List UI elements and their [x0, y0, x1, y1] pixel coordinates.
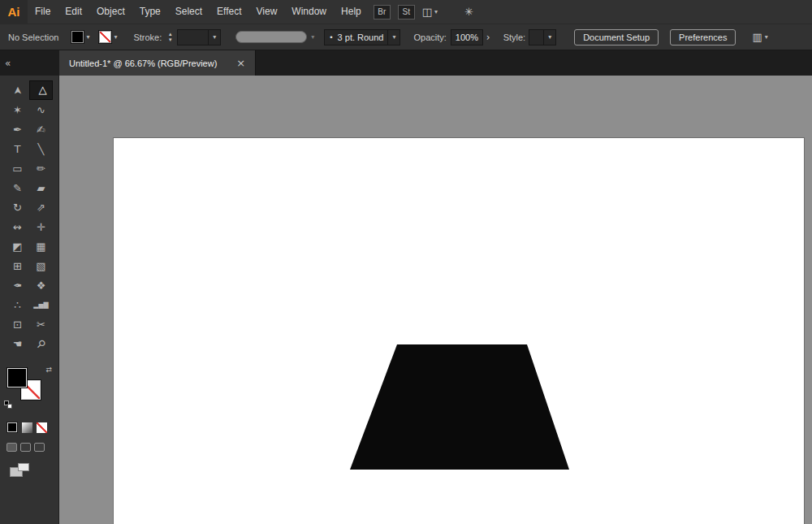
rectangle-tool[interactable]: ▭ [6, 158, 29, 178]
chevron-down-icon: ▾ [86, 33, 89, 41]
eyedropper-tool[interactable]: ✒ [6, 275, 29, 295]
fill-stroke-swatches: ⇄ [7, 368, 53, 404]
menu-file[interactable]: File [28, 0, 58, 24]
free-transform-tool[interactable]: ✛ [29, 217, 53, 236]
perspective-grid-tool-icon: ▦ [36, 240, 45, 253]
opacity-submenu-icon[interactable]: › [486, 32, 490, 43]
tool-grid: ➤▷✶∿✒✍T╲▭✏✎▰↻⇗↭✛◩▦⊞▧✒❖∴▂▅▇⊡✂☚⚲ [0, 76, 58, 353]
menu-object[interactable]: Object [89, 0, 132, 24]
pen-tool[interactable]: ✒ [6, 119, 29, 139]
shape-layer [59, 76, 812, 524]
stroke-swatch [99, 31, 111, 43]
zoom-tool[interactable]: ⚲ [29, 334, 53, 353]
none-button[interactable] [37, 422, 47, 433]
draw-normal-button[interactable] [6, 443, 17, 452]
paintbrush-tool[interactable]: ✏ [29, 158, 53, 178]
shape-builder-tool[interactable]: ◩ [6, 236, 29, 256]
scale-tool[interactable]: ⇗ [29, 197, 53, 217]
fill-color-picker[interactable]: ▾ [71, 31, 89, 43]
draw-behind-button[interactable] [20, 443, 31, 452]
style-label: Style: [503, 32, 526, 42]
stroke-color-picker[interactable]: ▾ [99, 31, 117, 43]
default-stroke-mini [7, 404, 12, 409]
menu-window[interactable]: Window [284, 0, 334, 24]
direct-selection-tool[interactable]: ▷ [29, 80, 53, 100]
document-tab-bar: « Untitled-1* @ 66.67% (RGB/Preview) × [0, 50, 812, 76]
stroke-weight-select[interactable]: ▾ [177, 29, 221, 45]
fill-color-swatch[interactable] [7, 368, 27, 388]
color-button[interactable] [6, 422, 18, 433]
drawing-modes-row [6, 443, 58, 452]
direct-selection-tool-icon: ▷ [35, 86, 47, 94]
arrange-documents-button[interactable]: ◫ ▾ [422, 6, 438, 18]
style-select[interactable]: ▾ [529, 29, 556, 45]
perspective-grid-tool[interactable]: ▦ [29, 236, 53, 256]
opacity-input[interactable]: 100% [451, 29, 483, 45]
slice-tool[interactable]: ✂ [29, 314, 53, 334]
type-tool[interactable]: T [6, 139, 29, 158]
opacity-value: 100% [451, 32, 482, 42]
eraser-tool[interactable]: ▰ [29, 178, 53, 197]
stroke-label: Stroke: [133, 32, 162, 42]
chevron-down-icon: ▾ [213, 33, 216, 41]
mesh-tool[interactable]: ⊞ [6, 256, 29, 275]
blend-tool-icon: ❖ [37, 279, 46, 292]
eyedropper-tool-icon: ✒ [13, 279, 22, 292]
align-options-button[interactable]: ▥ ▾ [752, 31, 767, 43]
swap-fill-stroke-icon[interactable]: ⇄ [45, 366, 52, 374]
document-setup-button[interactable]: Document Setup [574, 29, 659, 45]
rotate-tool[interactable]: ↻ [6, 197, 29, 217]
scale-tool-icon: ⇗ [37, 201, 45, 214]
sync-settings-icon[interactable]: ✳ [464, 6, 473, 18]
hand-tool[interactable]: ☚ [6, 334, 29, 353]
arrange-documents-icon: ◫ [422, 6, 432, 18]
line-segment-tool[interactable]: ╲ [29, 139, 53, 158]
menu-view[interactable]: View [249, 0, 285, 24]
change-screen-mode-button[interactable] [10, 463, 29, 477]
curvature-tool[interactable]: ✍ [29, 119, 53, 139]
column-graph-tool[interactable]: ▂▅▇ [29, 295, 53, 314]
shape-builder-tool-icon: ◩ [12, 240, 22, 253]
brush-definition-value: 3 pt. Round [334, 32, 388, 42]
draw-inside-button[interactable] [34, 443, 45, 452]
brush-definition-select[interactable]: • 3 pt. Round ▾ [324, 29, 400, 45]
selection-tool[interactable]: ➤ [6, 80, 29, 100]
menu-type[interactable]: Type [132, 0, 168, 24]
column-graph-tool-icon: ▂▅▇ [33, 301, 48, 309]
menu-bar: Ai FileEditObjectTypeSelectEffectViewWin… [0, 0, 812, 24]
default-fill-stroke-icon[interactable] [4, 401, 12, 409]
menu-edit[interactable]: Edit [58, 0, 89, 24]
magic-wand-tool-icon: ✶ [13, 104, 22, 116]
stock-button[interactable]: St [398, 5, 415, 19]
menu-select[interactable]: Select [168, 0, 209, 24]
lasso-tool-icon: ∿ [37, 104, 45, 116]
blend-tool[interactable]: ❖ [29, 275, 53, 295]
fill-swatch [71, 31, 84, 43]
pen-tool-icon: ✒ [13, 123, 22, 136]
pencil-tool[interactable]: ✎ [6, 178, 29, 197]
document-tab[interactable]: Untitled-1* @ 66.67% (RGB/Preview) × [59, 50, 256, 76]
hand-tool-icon: ☚ [13, 338, 23, 350]
artboard-tool[interactable]: ⊡ [6, 314, 29, 334]
lasso-tool[interactable]: ∿ [29, 100, 53, 119]
tools-panel: ➤▷✶∿✒✍T╲▭✏✎▰↻⇗↭✛◩▦⊞▧✒❖∴▂▅▇⊡✂☚⚲ ⇄ [0, 76, 59, 524]
width-tool-icon: ↭ [13, 221, 22, 233]
collapse-panel-button[interactable]: « [0, 50, 59, 76]
stroke-weight-stepper[interactable]: ▴ ▾ [165, 29, 175, 45]
bridge-button[interactable]: Br [374, 5, 391, 19]
selection-status: No Selection [8, 32, 58, 42]
drawn-trapezoid-shape[interactable] [350, 344, 569, 470]
gradient-tool[interactable]: ▧ [29, 256, 53, 275]
close-icon[interactable]: × [236, 57, 245, 69]
canvas[interactable] [59, 76, 812, 524]
paintbrush-tool-icon: ✏ [37, 162, 45, 175]
width-tool[interactable]: ↭ [6, 217, 29, 236]
gradient-tool-icon: ▧ [36, 260, 45, 272]
preferences-button[interactable]: Preferences [670, 29, 736, 45]
width-profile-preview [235, 31, 307, 43]
gradient-button[interactable] [22, 422, 32, 433]
symbol-sprayer-tool[interactable]: ∴ [6, 295, 29, 314]
menu-effect[interactable]: Effect [209, 0, 248, 24]
menu-help[interactable]: Help [334, 0, 369, 24]
magic-wand-tool[interactable]: ✶ [6, 100, 29, 119]
